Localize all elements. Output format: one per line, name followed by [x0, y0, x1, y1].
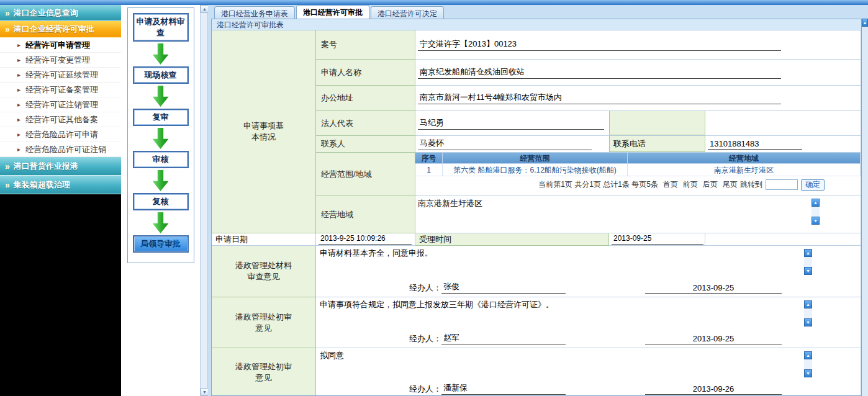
workflow-step-material-review[interactable]: 申请及材料审查 — [133, 13, 189, 42]
phone-label: 联系电话 — [609, 136, 705, 152]
office-address-label: 办公地址 — [316, 86, 415, 111]
sidebar-item-dangerous-goods-apply[interactable]: ▸ 经营危险品许可申请 — [0, 127, 121, 142]
applicant-label: 申请人名称 — [316, 60, 415, 86]
opinion-scrollbar[interactable]: ▲ ▼ — [804, 300, 812, 326]
legal-rep-field[interactable]: 马纪勇 — [418, 117, 604, 130]
office-address-field[interactable]: 南京市新河一村11号4幢郑和农贸市场内 — [418, 92, 781, 104]
region-textarea-scrollbar[interactable]: ▲ ▼ — [811, 199, 820, 225]
handler-label: 经办人： — [409, 282, 441, 294]
applicant-cell: 南京纪发船舶清仓残油回收站 — [415, 60, 861, 86]
tab-license-approval[interactable]: 港口经营许可审批 — [296, 5, 369, 19]
sidebar-item-label: 经营危险品许可证注销 — [25, 144, 106, 155]
opinion-scrollbar[interactable]: ▲ ▼ — [804, 249, 812, 275]
scroll-track[interactable] — [201, 13, 207, 388]
jump-page-input[interactable] — [766, 179, 798, 190]
sidebar-group-container-overload[interactable]: » 集装箱超载治理 — [0, 176, 121, 194]
tab-license-decision[interactable]: 港口经营许可决定 — [371, 6, 444, 19]
first-page-link[interactable]: 首页 — [663, 179, 678, 190]
accept-date-label: 受理时间 — [415, 233, 609, 246]
sidebar-item-label: 经营许可证注销管理 — [25, 99, 98, 110]
scroll-down-icon[interactable]: ▼ — [804, 318, 812, 326]
opinion-row-first-review: 港政管理处初审意见 申请事项符合规定，拟同意上报发放三年期《港口经营许可证》。 … — [212, 297, 861, 348]
sidebar-item-license-apply-mgmt[interactable]: ▸ 经营许可申请管理 — [0, 38, 121, 53]
region-cell[interactable]: 南京港新生圩港区 ▲ ▼ — [415, 196, 861, 233]
date-row: 申请日期 2013-9-25 10:09:26 受理时间 2013-09-25 — [212, 233, 861, 246]
sidebar-item-license-cancel-mgmt[interactable]: ▸ 经营许可证注销管理 — [0, 97, 121, 112]
handler-name-field[interactable]: 潘新保 — [441, 382, 566, 395]
sidebar-item-license-record-mgmt[interactable]: ▸ 经营许可证备案管理 — [0, 83, 121, 97]
prev-page-link[interactable]: 前页 — [683, 179, 698, 190]
scope-row-region: 南京港新生圩港区 — [628, 164, 861, 176]
scope-table-header: 序号 经营范围 经营地域 — [415, 153, 861, 164]
apply-date-cell: 2013-9-25 10:09:26 — [316, 233, 415, 246]
opinion-scrollbar[interactable]: ▲ ▼ — [804, 351, 812, 377]
sidebar-item-license-renewal-mgmt[interactable]: ▸ 经营许可证延续管理 — [0, 68, 121, 83]
arrow-bullet-icon: ▸ — [17, 56, 20, 63]
menu-group-icon: » — [5, 162, 10, 171]
content-vertical-scrollbar[interactable]: ▲ ▼ — [200, 5, 208, 396]
scroll-track[interactable] — [811, 207, 820, 217]
workflow-step-audit[interactable]: 审核 — [133, 151, 189, 168]
scope-row-no: 1 — [415, 164, 443, 176]
scroll-track[interactable] — [804, 308, 812, 318]
top-banner — [0, 0, 868, 5]
workflow-step-leader-approval[interactable]: 局领导审批 — [133, 235, 189, 253]
scroll-track[interactable] — [804, 359, 812, 369]
arrow-bullet-icon: ▸ — [17, 42, 20, 48]
opinion-content: 申请材料基本齐全，同意申报。 — [316, 246, 861, 261]
handler-label: 经办人： — [409, 384, 441, 395]
scroll-up-icon[interactable]: ▲ — [804, 300, 812, 308]
sidebar-item-label: 经营许可证其他备案 — [25, 114, 98, 125]
case-no-cell: 宁交港许字【2013】00123 — [415, 30, 861, 60]
scroll-down-icon[interactable]: ▼ — [811, 217, 820, 225]
handler-name-field[interactable]: 张俊 — [441, 281, 566, 294]
sidebar-item-license-change-mgmt[interactable]: ▸ 经营许可变更管理 — [0, 53, 121, 68]
workflow-step-re-review[interactable]: 复审 — [133, 109, 189, 126]
col-header-scope: 经营范围 — [443, 153, 628, 164]
scroll-down-icon[interactable]: ▼ — [804, 369, 812, 377]
next-page-link[interactable]: 后页 — [703, 179, 718, 190]
opinion-date-field[interactable]: 2013-09-26 — [645, 384, 782, 395]
last-page-link[interactable]: 尾页 — [723, 179, 738, 190]
accept-date-field[interactable]: 2013-09-25 — [612, 234, 703, 245]
sidebar-group-enterprise-info[interactable]: » 港口企业信息查询 — [0, 5, 121, 21]
sidebar-item-dangerous-goods-cancel[interactable]: ▸ 经营危险品许可证注销 — [0, 142, 121, 157]
scope-table-row[interactable]: 1 第六类 船舶港口服务：6.12船舶污染物接收(船舶) 南京港新生圩港区 — [415, 164, 861, 176]
scroll-up-icon[interactable]: ▲ — [862, 19, 868, 27]
opinion-content: 申请事项符合规定，拟同意上报发放三年期《港口经营许可证》。 — [316, 297, 861, 312]
opinion-textarea[interactable]: 拟同意 经办人：潘新保 2013-09-26 ▲ ▼ — [316, 348, 861, 396]
contact-field[interactable]: 马菱怀 — [418, 138, 592, 150]
scroll-up-icon[interactable]: ▲ — [804, 249, 812, 257]
handler-name-field[interactable]: 赵军 — [441, 332, 566, 344]
sidebar-item-label: 经营许可证备案管理 — [25, 84, 98, 96]
arrow-bullet-icon: ▸ — [17, 146, 20, 153]
opinion-signature-line: 经办人：张俊 2013-09-25 — [409, 281, 861, 294]
sidebar-group-license-approval[interactable]: » 港口企业经营许可审批 — [0, 21, 121, 38]
scroll-up-icon[interactable]: ▲ — [811, 199, 820, 207]
applicant-field[interactable]: 南京纪发船舶清仓残油回收站 — [418, 66, 781, 79]
case-no-field[interactable]: 宁交港许字【2013】00123 — [418, 38, 781, 51]
scroll-track[interactable] — [804, 257, 812, 267]
tab-business-application[interactable]: 港口经营业务申请表 — [214, 6, 295, 19]
opinion-textarea[interactable]: 申请事项符合规定，拟同意上报发放三年期《港口经营许可证》。 经办人：赵军 201… — [316, 297, 861, 348]
apply-date-field[interactable]: 2013-9-25 10:09:26 — [319, 234, 412, 245]
workflow-panel: 申请及材料审查 现场核查 复审 审核 复核 局领导审批 — [121, 5, 200, 396]
scroll-up-icon[interactable]: ▲ — [804, 351, 812, 359]
opinion-date-field[interactable]: 2013-09-25 — [645, 334, 782, 344]
opinion-label: 港政管理处材料审查意见 — [212, 246, 316, 297]
sidebar-item-license-other-record[interactable]: ▸ 经营许可证其他备案 — [0, 112, 121, 127]
scroll-track[interactable] — [862, 27, 868, 396]
col-header-no: 序号 — [415, 153, 443, 164]
workflow-step-recheck[interactable]: 复核 — [133, 193, 189, 210]
phone-field[interactable]: 13101881483 — [708, 139, 802, 150]
panel-vertical-scrollbar[interactable]: ▲ — [862, 19, 868, 396]
pagination-info: 当前第1页 共分1页 总计1条 每页5条 — [538, 179, 658, 190]
confirm-button[interactable]: 确定 — [801, 179, 825, 191]
opinion-textarea[interactable]: 申请材料基本齐全，同意申报。 经办人：张俊 2013-09-25 ▲ ▼ — [316, 246, 861, 297]
sidebar-group-label: 港口企业经营许可审批 — [14, 24, 94, 35]
scroll-down-icon[interactable]: ▼ — [804, 267, 812, 275]
opinion-date-field[interactable]: 2013-09-25 — [645, 283, 782, 294]
form-title: 港口经营许可审批表 — [212, 19, 861, 30]
sidebar-group-cargo-report[interactable]: » 港口普货作业报港 — [0, 157, 121, 176]
workflow-step-site-check[interactable]: 现场核查 — [133, 66, 189, 84]
